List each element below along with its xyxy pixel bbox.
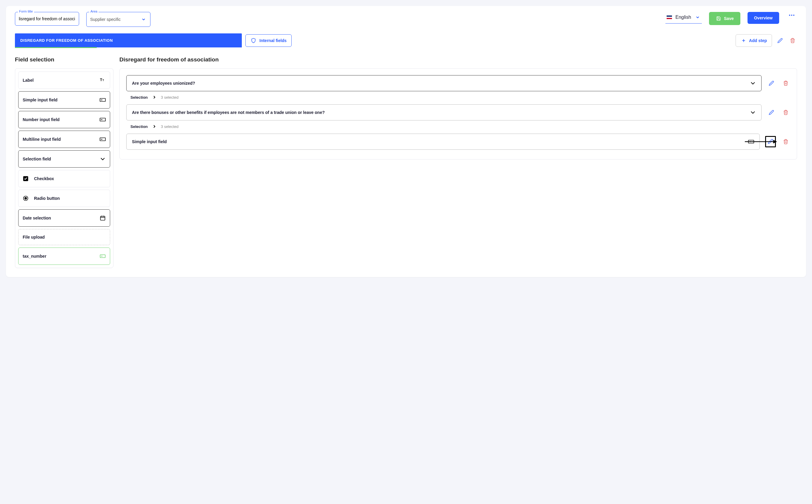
field-palette-number-input[interactable]: Number input field	[18, 111, 110, 128]
field-palette-multiline-input[interactable]: Multiline input field	[18, 131, 110, 148]
pencil-icon	[769, 81, 774, 86]
selection-count: 3 selected	[161, 95, 178, 100]
field-palette-checkbox[interactable]: Checkbox	[18, 170, 110, 187]
selection-label: Selection	[130, 95, 148, 100]
field-palette-simple-input[interactable]: Simple input field	[18, 91, 110, 109]
palette-item-label: Date selection	[23, 216, 51, 220]
checkbox-icon	[23, 176, 29, 182]
svg-point-1	[791, 15, 792, 16]
question-box[interactable]: Are there bonuses or other benefits if e…	[126, 104, 762, 120]
header-row: Form title Area Supplier specific Englis…	[15, 12, 797, 27]
form-title-field-wrap: Form title	[15, 12, 79, 26]
selection-count: 3 selected	[161, 124, 178, 129]
input-icon	[100, 136, 106, 142]
save-button[interactable]: Save	[709, 12, 740, 25]
input-icon	[100, 253, 106, 259]
field-palette-radio[interactable]: Radio button	[18, 190, 110, 207]
field-palette-date[interactable]: Date selection	[18, 209, 110, 227]
pencil-icon	[769, 110, 774, 115]
internal-fields-button[interactable]: Internal fields	[246, 34, 292, 47]
form-canvas: Are your employees unionized?	[119, 68, 797, 160]
text-format-icon: TT	[100, 77, 106, 83]
palette-item-label: Simple input field	[23, 98, 58, 102]
trash-icon	[783, 81, 788, 86]
area-field-wrap: Area Supplier specific	[86, 12, 150, 27]
step-tab-label: DISREGARD FOR FREEDOM OF ASSOCIATION	[20, 38, 113, 43]
save-icon	[716, 16, 722, 21]
overview-label: Overview	[754, 16, 773, 20]
edit-field-button[interactable]	[767, 79, 776, 88]
add-step-button[interactable]: Add step	[736, 34, 772, 47]
question-box[interactable]: Are your employees unionized?	[126, 75, 762, 91]
chevron-right-icon	[151, 123, 157, 129]
form-title-input[interactable]	[15, 12, 79, 26]
svg-point-2	[793, 15, 794, 16]
edit-step-button[interactable]	[776, 36, 785, 45]
step-tab-active[interactable]: DISREGARD FOR FREEDOM OF ASSOCIATION	[15, 33, 242, 47]
question-text: Are there bonuses or other benefits if e…	[132, 110, 325, 115]
trash-icon	[783, 139, 788, 144]
delete-field-button[interactable]	[781, 79, 790, 88]
palette-item-label: File upload	[23, 235, 45, 239]
field-palette-tax-number[interactable]: tax_number	[18, 248, 110, 265]
field-palette-label[interactable]: Label TT	[18, 72, 110, 89]
form-builder-card: Form title Area Supplier specific Englis…	[6, 6, 806, 277]
delete-step-button[interactable]	[788, 36, 797, 45]
palette-item-label: Selection field	[23, 157, 51, 161]
input-icon	[100, 97, 106, 103]
content-column: Disregard for freedom of association Are…	[119, 56, 797, 268]
form-field-row: Simple input field	[126, 134, 790, 150]
palette-item-label: Number input field	[23, 117, 60, 122]
chevron-down-icon	[750, 109, 756, 115]
field-selection-sidebar: Field selection Label TT Simple input fi…	[15, 56, 113, 268]
add-step-label: Add step	[749, 38, 767, 43]
flag-uk-icon	[667, 16, 672, 19]
overview-button[interactable]: Overview	[748, 12, 779, 24]
input-icon	[100, 117, 106, 123]
selection-summary: Selection 3 selected	[130, 123, 790, 129]
area-label: Area	[89, 10, 98, 13]
question-box[interactable]: Simple input field	[126, 134, 760, 150]
area-value: Supplier specific	[90, 17, 121, 22]
trash-icon	[790, 38, 795, 43]
svg-point-12	[24, 197, 27, 200]
delete-field-button[interactable]	[781, 137, 790, 146]
more-icon	[789, 14, 795, 16]
question-text: Are your employees unionized?	[132, 81, 195, 86]
chevron-right-icon	[151, 94, 157, 100]
sidebar-title: Field selection	[15, 56, 113, 63]
palette-item-label: tax_number	[23, 254, 46, 259]
pencil-icon	[768, 139, 773, 144]
form-field-row: Are your employees unionized?	[126, 75, 790, 91]
radio-icon	[23, 195, 29, 201]
annotation-highlight	[765, 136, 776, 147]
trash-icon	[783, 110, 788, 115]
more-menu-button[interactable]	[786, 12, 797, 18]
shield-icon	[251, 38, 257, 44]
field-palette-list: Label TT Simple input field Number input…	[15, 68, 113, 268]
area-select[interactable]: Supplier specific	[86, 12, 150, 27]
language-select[interactable]: English	[666, 12, 702, 24]
dropdown-icon	[695, 14, 701, 20]
field-palette-selection[interactable]: Selection field	[18, 150, 110, 168]
chevron-down-icon	[750, 80, 756, 86]
palette-item-label: Label	[23, 78, 34, 83]
plus-icon	[741, 38, 747, 44]
edit-field-button[interactable]	[767, 108, 776, 117]
selection-label: Selection	[130, 124, 148, 129]
delete-field-button[interactable]	[781, 108, 790, 117]
content-title: Disregard for freedom of association	[119, 56, 797, 63]
pencil-icon	[777, 38, 783, 43]
internal-fields-label: Internal fields	[260, 38, 287, 43]
calendar-icon	[100, 215, 106, 221]
form-title-label: Form title	[18, 10, 34, 13]
form-field-row: Are there bonuses or other benefits if e…	[126, 104, 790, 120]
svg-text:T: T	[102, 79, 104, 82]
input-icon	[748, 139, 754, 145]
field-palette-file-upload[interactable]: File upload	[18, 229, 110, 245]
edit-field-button[interactable]	[767, 138, 774, 145]
chevron-down-icon	[100, 156, 106, 162]
svg-rect-13	[101, 216, 105, 220]
step-row: DISREGARD FOR FREEDOM OF ASSOCIATION Int…	[15, 33, 797, 47]
palette-item-label: Radio button	[34, 196, 60, 201]
